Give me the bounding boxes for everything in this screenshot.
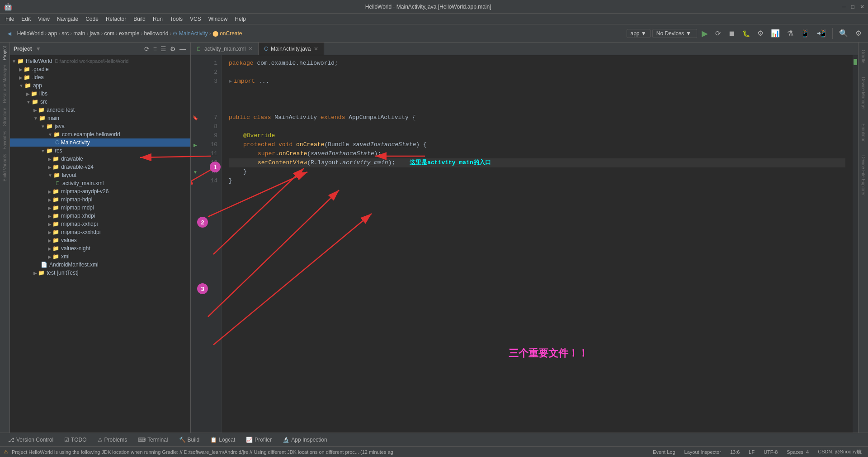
avd-manager[interactable]: 📲: [814, 28, 829, 38]
breadcrumb-app[interactable]: app: [48, 30, 57, 37]
tree-item-libs[interactable]: ▶ 📁 libs: [10, 90, 190, 98]
bottom-tab-problems[interactable]: ⚠ Problems: [93, 436, 132, 444]
menu-item-help[interactable]: Help: [231, 15, 250, 23]
event-log-button[interactable]: Event Log: [650, 449, 678, 455]
bottom-tab-profiler[interactable]: 📈 Profiler: [241, 436, 276, 444]
tree-item-xml[interactable]: ▶ 📁 xml: [10, 252, 190, 261]
tree-item-values-night[interactable]: ▶ 📁 values-night: [10, 244, 190, 252]
encoding[interactable]: UTF-8: [761, 449, 780, 455]
tree-item-mipmap-hdpi[interactable]: ▶ 📁 mipmap-hdpi: [10, 195, 190, 204]
gradle-icon[interactable]: Gradle: [861, 48, 866, 65]
sync-button[interactable]: ⟳: [143, 44, 151, 53]
device-file-explorer-icon[interactable]: Device File Explorer: [861, 153, 866, 197]
profile-button[interactable]: 📊: [768, 28, 783, 38]
tree-item-activity-main-xml[interactable]: 🗒 activity_main.xml: [10, 179, 190, 187]
menu-item-view[interactable]: View: [34, 15, 53, 23]
tree-item-mipmap-xxhdpi[interactable]: ▶ 📁 mipmap-xxhdpi: [10, 220, 190, 228]
collapse-all-button[interactable]: ≡: [152, 44, 158, 53]
breadcrumb-java[interactable]: java: [90, 30, 99, 37]
tree-item-helloworld[interactable]: ▼ 📁 HelloWorld D:\android workspace\Hell…: [10, 57, 190, 65]
code-content[interactable]: package com.example.helloworld; ▶ import…: [222, 55, 853, 433]
menu-item-file[interactable]: File: [2, 15, 18, 23]
device-manager-icon[interactable]: Device Manager: [861, 75, 866, 112]
settings-button[interactable]: ⚙: [853, 28, 864, 38]
indent-spaces[interactable]: Spaces: 4: [784, 449, 811, 455]
tree-item-values[interactable]: ▶ 📁 values: [10, 236, 190, 244]
tree-item-gradle[interactable]: ▶ 📁 .gradle: [10, 65, 190, 73]
tree-item-mipmap-mdpi[interactable]: ▶ 📁 mipmap-mdpi: [10, 204, 190, 212]
java-tab-close[interactable]: ✕: [314, 46, 318, 52]
breadcrumb-oncreate[interactable]: ⬤ onCreate: [212, 30, 242, 37]
scope-button[interactable]: ☰: [160, 44, 167, 53]
bottom-tab-build[interactable]: 🔨 Build: [175, 436, 204, 444]
minimize-button[interactable]: ─: [842, 4, 846, 10]
menu-item-build[interactable]: Build: [130, 15, 149, 23]
menu-item-code[interactable]: Code: [82, 15, 102, 23]
resource-manager-icon[interactable]: Resource Manager: [2, 63, 7, 105]
attach-debugger[interactable]: ⚙: [755, 28, 766, 38]
breadcrumb-helloworld2[interactable]: helloworld: [144, 30, 168, 37]
debug-button[interactable]: 🐛: [740, 29, 753, 38]
breadcrumb-com[interactable]: com: [104, 30, 114, 37]
layout-inspector-button[interactable]: Layout Inspector: [682, 449, 724, 455]
device-selector[interactable]: No Devices ▼: [652, 29, 697, 38]
favorites-icon[interactable]: Favorites: [2, 129, 7, 151]
tab-xml[interactable]: 🗒 activity_main.xml ✕: [191, 43, 259, 55]
cursor-position[interactable]: 13:6: [727, 449, 742, 455]
run-button[interactable]: ▶: [699, 28, 711, 39]
fold-gutter-icon[interactable]: ▼: [193, 170, 198, 175]
stop-button[interactable]: ⏹: [726, 29, 738, 38]
tab-java[interactable]: C MainActivity.java ✕: [259, 43, 324, 55]
breadcrumb-src[interactable]: src: [61, 30, 69, 37]
gear-button[interactable]: ⚙: [169, 44, 177, 53]
line-ending[interactable]: LF: [746, 449, 757, 455]
bottom-tab-version-control[interactable]: ⎇ Version Control: [4, 436, 58, 444]
tree-item-test[interactable]: ▶ 📁 test [unitTest]: [10, 269, 190, 277]
breadcrumb-mainactivity[interactable]: ⊙ MainActivity: [173, 30, 208, 37]
tree-item-layout[interactable]: ▼ 📁 layout: [10, 171, 190, 179]
coverage-button[interactable]: ⚗: [784, 28, 796, 38]
close-button[interactable]: ✕: [860, 4, 864, 10]
scroll-bar[interactable]: [853, 55, 858, 433]
bottom-tab-logcat[interactable]: 📋 Logcat: [206, 436, 240, 444]
maximize-button[interactable]: □: [851, 4, 854, 10]
run-gutter-icon[interactable]: ▶: [193, 143, 197, 148]
menu-item-vcs[interactable]: VCS: [186, 15, 205, 23]
sdk-manager[interactable]: 📱: [798, 28, 812, 38]
tree-item-mipmap-xxxhdpi[interactable]: ▶ 📁 mipmap-xxxhdpi: [10, 228, 190, 236]
tree-item-java[interactable]: ▼ 📁 java: [10, 122, 190, 130]
tree-item-com-example[interactable]: ▼ 📁 com.example.helloworld: [10, 130, 190, 138]
rerun-button[interactable]: ⟳: [712, 29, 724, 38]
breadcrumb-main[interactable]: main: [73, 30, 85, 37]
xml-tab-close[interactable]: ✕: [248, 46, 253, 52]
back-nav-button[interactable]: ◄: [4, 29, 15, 38]
close-panel-button[interactable]: —: [179, 44, 187, 53]
tree-item-src[interactable]: ▼ 📁 src: [10, 98, 190, 106]
tree-item-main[interactable]: ▼ 📁 main: [10, 114, 190, 122]
tree-item-drawable[interactable]: ▶ 📁 drawable: [10, 155, 190, 163]
tree-item-mainactivity[interactable]: C MainActivity: [10, 138, 190, 147]
tree-item-idea[interactable]: ▶ 📁 .idea: [10, 73, 190, 81]
menu-item-run[interactable]: Run: [149, 15, 166, 23]
emulator-icon[interactable]: Emulator: [861, 122, 866, 143]
tree-item-mipmap-xhdpi[interactable]: ▶ 📁 mipmap-xhdpi: [10, 212, 190, 220]
project-icon[interactable]: Project: [2, 44, 7, 62]
code-editor[interactable]: 🔖 ▶ ▼ 1 2 3 7: [191, 55, 858, 433]
tree-item-drawable-v24[interactable]: ▶ 📁 drawable-v24: [10, 163, 190, 171]
bottom-tab-app-inspection[interactable]: 🔬 App Inspection: [278, 436, 331, 444]
tree-item-res[interactable]: ▼ 📁 res: [10, 147, 190, 155]
menu-item-refactor[interactable]: Refactor: [102, 15, 130, 23]
bottom-tab-todo[interactable]: ☑ TODO: [60, 436, 91, 444]
search-everywhere[interactable]: 🔍: [836, 28, 851, 38]
breadcrumb-example[interactable]: example: [119, 30, 139, 37]
build-variants-icon[interactable]: Build Variants: [2, 152, 7, 183]
menu-item-window[interactable]: Window: [205, 15, 231, 23]
app-selector[interactable]: app ▼: [627, 29, 651, 38]
tree-item-app[interactable]: ▼ 📁 app: [10, 81, 190, 90]
menu-item-tools[interactable]: Tools: [166, 15, 186, 23]
bottom-tab-terminal[interactable]: ⌨ Terminal: [133, 436, 172, 444]
breadcrumb-helloworld[interactable]: HelloWorld: [17, 30, 43, 37]
structure-icon[interactable]: Structure: [2, 106, 7, 128]
tree-item-androidmanifest[interactable]: 📄 AndroidManifest.xml: [10, 261, 190, 269]
tree-item-mipmap-anydpi[interactable]: ▶ 📁 mipmap-anydpi-v26: [10, 187, 190, 195]
